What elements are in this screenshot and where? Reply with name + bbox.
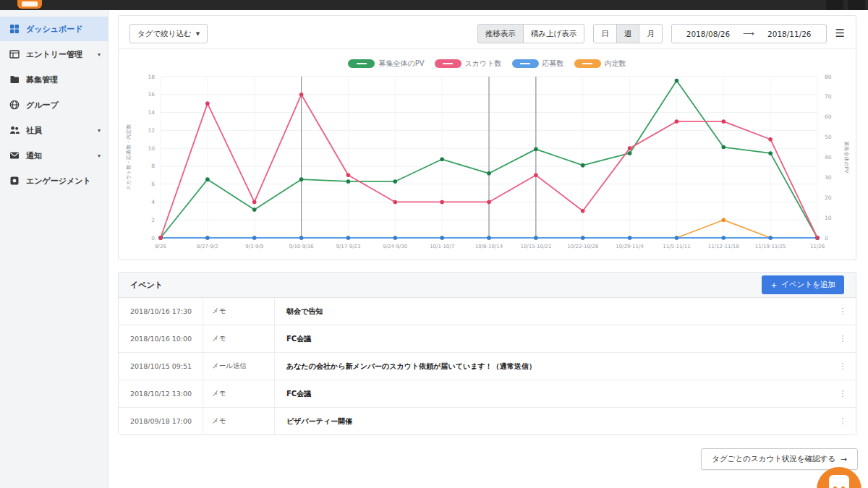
- y-tick-label: 70: [825, 93, 832, 100]
- sidebar-item-label: 募集管理: [26, 74, 58, 85]
- event-description: FC会議: [275, 325, 830, 352]
- period-month-button[interactable]: 月: [639, 24, 663, 43]
- data-point: [252, 236, 257, 240]
- row-menu-icon[interactable]: ⋮: [830, 380, 856, 407]
- data-point: [534, 236, 538, 240]
- table-row: 2018/10/16 17:30 メモ 朝会で告知 ⋮: [119, 298, 856, 325]
- y-tick-label: 20: [825, 194, 832, 201]
- data-point: [675, 236, 679, 240]
- series-applications: [158, 236, 820, 240]
- sidebar-item-members[interactable]: 社員 ▾: [0, 118, 108, 142]
- x-axis-label: 11/26: [810, 244, 825, 249]
- y-tick-label: 50: [825, 134, 832, 140]
- legend-swatch: [435, 59, 461, 68]
- notifications-icon: [9, 150, 20, 160]
- legend-item-offers[interactable]: 内定数: [574, 59, 626, 69]
- events-header: イベント + イベントを追加: [119, 273, 856, 298]
- date-from: 2018/08/26: [686, 30, 731, 38]
- row-menu-icon[interactable]: ⋮: [830, 353, 856, 380]
- arrow-right-icon: →: [841, 455, 847, 463]
- sidebar-item-recruitment[interactable]: 募集管理: [0, 67, 108, 92]
- data-point: [675, 79, 679, 83]
- sidebar-item-label: 社員: [26, 125, 42, 136]
- data-point: [205, 236, 210, 240]
- row-menu-icon[interactable]: ⋮: [830, 325, 856, 352]
- legend-item-applications[interactable]: 応募数: [512, 59, 564, 69]
- row-menu-icon[interactable]: ⋮: [830, 298, 856, 325]
- app-logo[interactable]: [17, 0, 42, 9]
- data-point: [721, 145, 726, 150]
- chart-grid: [161, 77, 817, 238]
- data-point: [675, 119, 679, 124]
- data-point: [628, 236, 632, 240]
- topbar-button[interactable]: [826, 0, 843, 10]
- table-row: 2018/10/12 13:00 メモ FC会議 ⋮: [119, 380, 856, 408]
- y-tick-label: 80: [825, 74, 832, 80]
- chart-menu-icon[interactable]: ☰: [835, 28, 845, 39]
- event-description: FC会議: [275, 380, 830, 407]
- date-range-picker[interactable]: 2018/08/26 ⟶ 2018/11/26: [671, 24, 827, 43]
- topbar-button[interactable]: [848, 0, 865, 10]
- left-axis-ticks: 024681012141618: [148, 74, 155, 241]
- add-event-button[interactable]: + イベントを追加: [762, 275, 844, 294]
- sidebar-item-entries[interactable]: エントリー管理 ▾: [0, 42, 108, 67]
- period-day-button[interactable]: 日: [593, 24, 617, 43]
- sidebar-item-label: エントリー管理: [26, 49, 82, 60]
- data-point: [768, 137, 773, 142]
- data-point: [768, 151, 773, 155]
- data-point: [440, 157, 444, 161]
- data-point: [205, 101, 210, 106]
- sidebar-item-group[interactable]: グループ: [0, 93, 108, 117]
- row-menu-icon[interactable]: ⋮: [830, 408, 856, 435]
- tag-filter-button[interactable]: タグで絞り込む ▼: [129, 24, 208, 43]
- data-point: [346, 173, 351, 177]
- x-axis-label: 10/15-10/21: [520, 244, 551, 249]
- legend-label: 応募数: [542, 59, 564, 69]
- period-toggle: 日 週 月: [593, 24, 663, 43]
- data-point: [721, 218, 726, 222]
- legend-label: 募集全体のPV: [378, 59, 424, 69]
- legend-item-pv[interactable]: 募集全体のPV: [348, 59, 424, 69]
- legend-item-scout[interactable]: スカウト数: [435, 59, 502, 69]
- divider: [119, 48, 856, 49]
- x-axis-label: 11/19-11/25: [755, 244, 786, 249]
- event-description: あなたの会社から新メンバーのスカウト依頼が届いています！（通常送信）: [275, 353, 830, 380]
- period-week-button[interactable]: 週: [616, 24, 640, 43]
- sidebar-item-notifications[interactable]: 通知 ▾: [0, 143, 108, 168]
- y-tick-label: 4: [151, 199, 155, 205]
- add-event-label: イベントを追加: [781, 280, 835, 290]
- tag-filter-label: タグで絞り込む: [137, 29, 192, 39]
- data-point: [158, 236, 163, 240]
- events-panel: イベント + イベントを追加 2018/10/16 17:30 メモ 朝会で告知…: [118, 272, 856, 435]
- display-mode-trend-button[interactable]: 推移表示: [477, 24, 524, 43]
- sidebar: ダッシュボード エントリー管理 ▾ 募集管理 グループ: [0, 10, 109, 488]
- main-content: タグで絞り込む ▼ 推移表示 積み上げ表示 日 週 月 2018/08/26 ⟶…: [109, 10, 868, 488]
- x-axis-labels: 8/268/27-9/29/3-9/99/10-9/169/17-9/239/2…: [155, 244, 825, 249]
- data-point: [581, 209, 585, 213]
- table-row: 2018/10/15 09:51 メール送信 あなたの会社から新メンバーのスカウ…: [119, 353, 856, 380]
- right-axis-ticks: 01020304050607080: [825, 74, 832, 241]
- data-point: [252, 200, 257, 205]
- date-to: 2018/11/26: [767, 30, 812, 38]
- chart-panel: タグで絞り込む ▼ 推移表示 積み上げ表示 日 週 月 2018/08/26 ⟶…: [118, 15, 856, 260]
- y-tick-label: 40: [825, 154, 832, 160]
- data-point: [768, 236, 773, 240]
- event-datetime: 2018/10/15 09:51: [119, 353, 203, 380]
- chart-legend: 募集全体のPV スカウト数 応募数 内定数: [119, 59, 856, 69]
- y-tick-label: 12: [148, 127, 155, 134]
- event-type: メモ: [203, 408, 275, 435]
- chevron-down-icon: ▾: [98, 51, 101, 58]
- events-table: 2018/10/16 17:30 メモ 朝会で告知 ⋮ 2018/10/16 1…: [119, 298, 856, 435]
- data-point: [815, 236, 820, 240]
- display-mode-stacked-button[interactable]: 積み上げ表示: [523, 24, 585, 43]
- x-axis-label: 10/1-10/7: [430, 244, 454, 249]
- x-axis-label: 11/5-11/11: [663, 244, 690, 249]
- data-point: [393, 200, 397, 205]
- sidebar-item-engagement[interactable]: エンゲージメント: [0, 168, 108, 193]
- sidebar-item-dashboard[interactable]: ダッシュボード: [0, 17, 108, 41]
- sidebar-item-label: エンゲージメント: [26, 176, 91, 187]
- x-axis-label: 9/24-9/30: [383, 244, 407, 249]
- recruitment-icon: [9, 74, 20, 85]
- legend-swatch: [348, 59, 375, 68]
- data-point: [299, 177, 304, 181]
